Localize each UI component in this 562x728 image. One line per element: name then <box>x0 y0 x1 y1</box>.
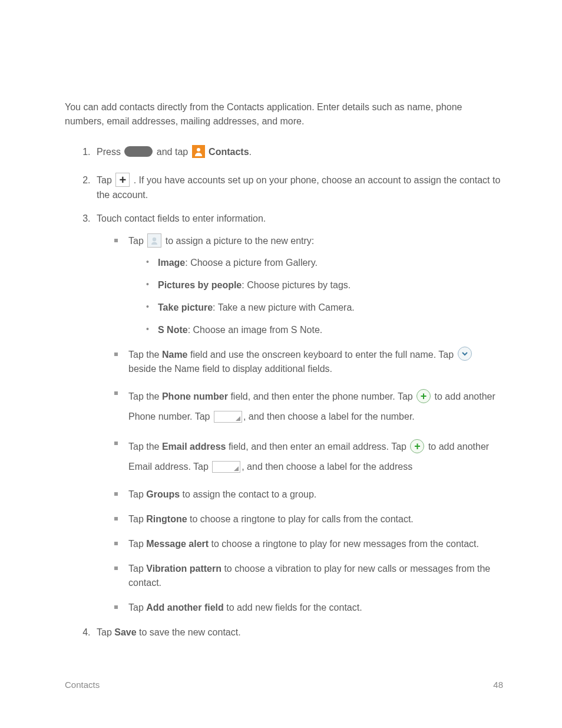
step-1-text-d: . <box>249 147 252 157</box>
phone-label-icon <box>214 411 242 423</box>
steps-list: Press and tap Contacts. Tap + . If you h… <box>65 145 503 640</box>
fields-list: Tap to assign a picture to the new entry… <box>97 234 503 615</box>
add-contact-icon: + <box>115 173 130 187</box>
field-photo: Tap to assign a picture to the new entry… <box>114 234 503 337</box>
svg-point-1 <box>153 237 156 241</box>
field-ringtone: Tap Ringtone to choose a ringtone to pla… <box>114 512 503 526</box>
opt-image: Image: Choose a picture from Gallery. <box>146 256 503 270</box>
opt-s-note: S Note: Choose an image from S Note. <box>146 323 503 337</box>
footer-section: Contacts <box>65 678 100 692</box>
page-footer: Contacts 48 <box>65 678 503 692</box>
field-vibration: Tap Vibration pattern to choose a vibrat… <box>114 562 503 590</box>
photo-b: to assign a picture to the new entry: <box>166 236 315 246</box>
step-1-text-b: and tap <box>157 147 191 157</box>
contacts-app-icon <box>192 145 205 158</box>
step-1-bold: Contacts <box>209 147 249 157</box>
opt-take-picture: Take picture: Take a new picture with Ca… <box>146 301 503 315</box>
field-email: Tap the Email address field, and then en… <box>114 437 503 476</box>
svg-point-0 <box>197 148 200 151</box>
step-1: Press and tap Contacts. <box>93 145 503 159</box>
add-email-icon: + <box>410 439 424 453</box>
photo-a: Tap <box>128 236 146 246</box>
photo-options: Image: Choose a picture from Gallery. Pi… <box>128 256 503 337</box>
email-label-icon <box>212 461 240 473</box>
step-1-text-a: Press <box>97 147 123 157</box>
contact-photo-icon <box>147 233 161 248</box>
manual-page: You can add contacts directly from the C… <box>0 0 562 728</box>
field-groups: Tap Groups to assign the contact to a gr… <box>114 487 503 502</box>
field-phone: Tap the Phone number field, and then ent… <box>114 387 503 426</box>
step-4: Tap Save to save the new contact. <box>93 625 503 640</box>
home-button-icon <box>124 146 153 157</box>
field-add-another: Tap Add another field to add new fields … <box>114 601 503 615</box>
opt-pictures-by-people: Pictures by people: Choose pictures by t… <box>146 278 503 292</box>
footer-page-number: 48 <box>493 678 503 692</box>
step-2: Tap + . If you have accounts set up on y… <box>93 173 503 202</box>
add-phone-icon: + <box>416 389 431 403</box>
field-message-alert: Tap Message alert to choose a ringtone t… <box>114 537 503 551</box>
expand-name-icon <box>458 347 472 361</box>
step-2-text-a: Tap <box>97 175 114 185</box>
step-2-text-b: . If you have accounts set up on your ph… <box>97 175 500 200</box>
intro-text: You can add contacts directly from the C… <box>65 100 503 129</box>
step-3-text: Touch contact fields to enter informatio… <box>97 213 266 223</box>
step-3: Touch contact fields to enter informatio… <box>93 212 503 615</box>
field-name: Tap the Name field and use the onscreen … <box>114 348 503 377</box>
